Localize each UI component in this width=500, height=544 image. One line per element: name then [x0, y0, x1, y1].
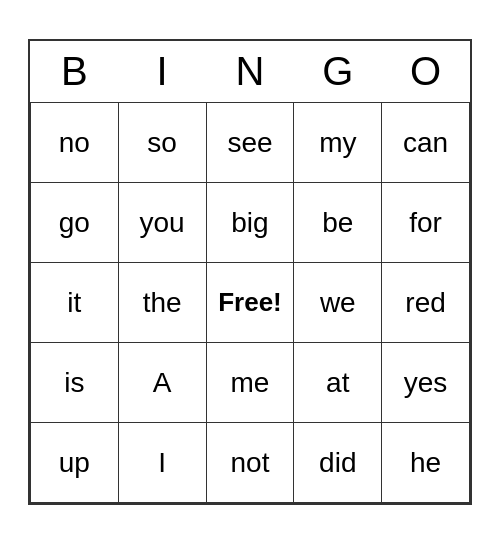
- table-cell: up: [31, 423, 119, 503]
- table-row: nososeemycan: [31, 103, 470, 183]
- table-cell: so: [118, 103, 206, 183]
- table-row: isAmeatyes: [31, 343, 470, 423]
- table-cell: A: [118, 343, 206, 423]
- table-cell: Free!: [206, 263, 294, 343]
- table-cell: we: [294, 263, 382, 343]
- table-row: ittheFree!wered: [31, 263, 470, 343]
- table-cell: he: [382, 423, 470, 503]
- header-row: B I N G O: [31, 41, 470, 103]
- table-cell: did: [294, 423, 382, 503]
- table-cell: go: [31, 183, 119, 263]
- table-cell: I: [118, 423, 206, 503]
- table-cell: the: [118, 263, 206, 343]
- table-cell: you: [118, 183, 206, 263]
- table-cell: be: [294, 183, 382, 263]
- bingo-table: B I N G O nososeemycangoyoubigbeforitthe…: [30, 41, 470, 504]
- table-cell: yes: [382, 343, 470, 423]
- table-row: upInotdidhe: [31, 423, 470, 503]
- table-cell: no: [31, 103, 119, 183]
- header-o: O: [382, 41, 470, 103]
- table-cell: big: [206, 183, 294, 263]
- header-i: I: [118, 41, 206, 103]
- table-cell: for: [382, 183, 470, 263]
- table-cell: red: [382, 263, 470, 343]
- bingo-body: nososeemycangoyoubigbeforittheFree!wered…: [31, 103, 470, 503]
- table-row: goyoubigbefor: [31, 183, 470, 263]
- table-cell: is: [31, 343, 119, 423]
- table-cell: at: [294, 343, 382, 423]
- table-cell: not: [206, 423, 294, 503]
- header-b: B: [31, 41, 119, 103]
- bingo-card: B I N G O nososeemycangoyoubigbeforitthe…: [28, 39, 472, 506]
- header-g: G: [294, 41, 382, 103]
- table-cell: see: [206, 103, 294, 183]
- table-cell: my: [294, 103, 382, 183]
- table-cell: can: [382, 103, 470, 183]
- table-cell: me: [206, 343, 294, 423]
- table-cell: it: [31, 263, 119, 343]
- header-n: N: [206, 41, 294, 103]
